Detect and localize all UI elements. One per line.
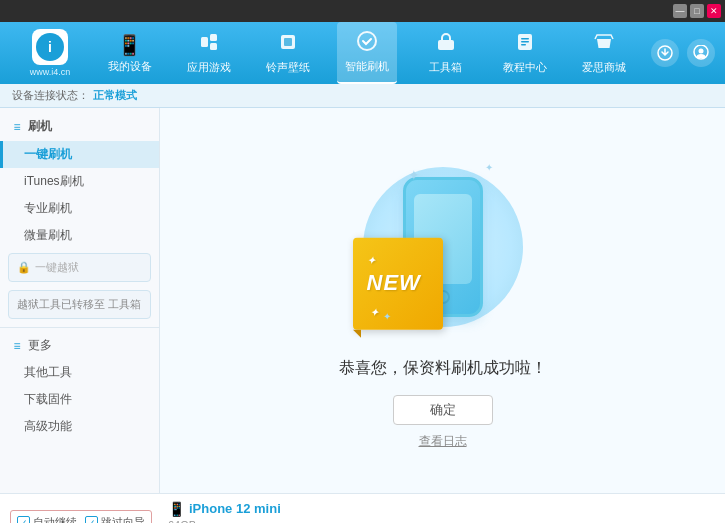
- official-icon: [593, 31, 615, 58]
- svg-text:i: i: [48, 39, 52, 55]
- sidebar-divider: [0, 327, 159, 328]
- skip-wizard-label: 跳过向导: [101, 515, 145, 523]
- minimize-btn[interactable]: —: [673, 4, 687, 18]
- device-bar: ✓ 自动继续 ✓ 跳过向导 📱 iPhone 12 mini 64GB Down…: [0, 493, 725, 523]
- svg-rect-3: [210, 34, 217, 41]
- flash-group-label: 刷机: [28, 118, 52, 135]
- nav-toolbox[interactable]: 工具箱: [416, 22, 476, 84]
- svg-rect-6: [284, 38, 292, 46]
- maximize-btn[interactable]: □: [690, 4, 704, 18]
- toolbox-icon: [435, 31, 457, 58]
- skip-wizard-checkbox[interactable]: ✓ 跳过向导: [85, 515, 145, 523]
- device-checkboxes: ✓ 自动继续 ✓ 跳过向导: [10, 510, 152, 523]
- ribbon-tail: [353, 329, 361, 337]
- ringtones-label: 铃声壁纸: [266, 60, 310, 75]
- toolbox-label: 工具箱: [429, 60, 462, 75]
- sidebar-item-one-click[interactable]: 一键刷机: [0, 141, 159, 168]
- logo-icon: i: [32, 29, 68, 65]
- sidebar-item-itunes[interactable]: iTunes刷机: [0, 168, 159, 195]
- new-banner: NEW: [353, 237, 443, 329]
- device-phone-icon: 📱: [168, 501, 185, 517]
- device-info: 📱 iPhone 12 mini 64GB Down-12mini-13,1: [168, 501, 281, 524]
- sidebar-item-other-tools[interactable]: 其他工具: [0, 359, 159, 386]
- auto-advance-label: 自动继续: [33, 515, 77, 523]
- device-storage: 64GB: [168, 519, 281, 524]
- nav-tutorials[interactable]: 教程中心: [495, 22, 555, 84]
- ringtones-icon: [277, 31, 299, 58]
- nav-smart-shop[interactable]: 智能刷机: [337, 22, 397, 84]
- skip-wizard-check: ✓: [85, 516, 98, 523]
- sidebar-item-download-firmware[interactable]: 下载固件: [0, 386, 159, 413]
- status-value: 正常模式: [93, 88, 137, 103]
- logo-url: www.i4.cn: [30, 67, 71, 77]
- apps-games-icon: [198, 31, 220, 58]
- svg-rect-10: [521, 38, 529, 40]
- success-message: 恭喜您，保资料刷机成功啦！: [339, 358, 547, 379]
- lock-icon: 🔒: [17, 261, 31, 274]
- svg-point-7: [358, 32, 376, 50]
- svg-rect-12: [521, 44, 526, 46]
- sidebar-disabled-jailbreak: 🔒 一键越狱: [8, 253, 151, 282]
- smart-shop-label: 智能刷机: [345, 59, 389, 74]
- more-group-icon: ≡: [10, 339, 24, 353]
- user-btn[interactable]: [687, 39, 715, 67]
- daily-link[interactable]: 查看日志: [419, 433, 467, 450]
- sidebar-item-advanced[interactable]: 高级功能: [0, 413, 159, 440]
- confirm-button[interactable]: 确定: [393, 395, 493, 425]
- new-text: NEW: [367, 269, 421, 294]
- svg-rect-2: [201, 37, 208, 47]
- smart-shop-icon: [356, 30, 378, 57]
- nav-items: 📱 我的设备 应用游戏 铃声壁纸: [90, 22, 643, 84]
- close-btn[interactable]: ✕: [707, 4, 721, 18]
- nav-official[interactable]: 爱思商城: [574, 22, 634, 84]
- hero-illustration: NEW ✦ ✦ ✦: [353, 152, 533, 342]
- status-label: 设备连接状态：: [12, 88, 89, 103]
- title-bar: — □ ✕: [0, 0, 725, 22]
- download-btn[interactable]: [651, 39, 679, 67]
- content-area: NEW ✦ ✦ ✦ 恭喜您，保资料刷机成功啦！ 确定 查看日志: [160, 108, 725, 493]
- svg-rect-11: [521, 41, 529, 43]
- svg-rect-8: [438, 40, 454, 50]
- nav-apps-games[interactable]: 应用游戏: [179, 22, 239, 84]
- my-device-icon: 📱: [117, 33, 142, 57]
- header: i www.i4.cn 📱 我的设备 应用游戏: [0, 22, 725, 84]
- sidebar-group-flash: ≡ 刷机: [0, 112, 159, 141]
- sidebar-item-pro[interactable]: 专业刷机: [0, 195, 159, 222]
- flash-group-icon: ≡: [10, 120, 24, 134]
- jailbreak-label: 一键越狱: [35, 260, 79, 275]
- sparkle-1: ✦: [408, 167, 420, 183]
- sidebar-item-micro[interactable]: 微量刷机: [0, 222, 159, 249]
- sidebar-group-more: ≡ 更多: [0, 332, 159, 359]
- auto-advance-checkbox[interactable]: ✓ 自动继续: [17, 515, 77, 523]
- sidebar: ≡ 刷机 一键刷机 iTunes刷机 专业刷机 微量刷机 🔒 一键越狱 越狱工具…: [0, 108, 160, 493]
- sparkle-3: ✦: [383, 311, 391, 322]
- nav-ringtones[interactable]: 铃声壁纸: [258, 22, 318, 84]
- more-group-label: 更多: [28, 337, 52, 354]
- tutorials-label: 教程中心: [503, 60, 547, 75]
- header-right: [651, 39, 715, 67]
- logo-area[interactable]: i www.i4.cn: [10, 29, 90, 77]
- apps-games-label: 应用游戏: [187, 60, 231, 75]
- device-name: iPhone 12 mini: [189, 501, 281, 516]
- svg-rect-4: [210, 43, 217, 50]
- svg-point-15: [699, 49, 704, 54]
- official-label: 爱思商城: [582, 60, 626, 75]
- note-text: 越狱工具已转移至 工具箱: [17, 298, 141, 310]
- main-container: ≡ 刷机 一键刷机 iTunes刷机 专业刷机 微量刷机 🔒 一键越狱 越狱工具…: [0, 108, 725, 493]
- new-ribbon: NEW: [353, 237, 443, 329]
- tutorials-icon: [514, 31, 536, 58]
- device-name-row: 📱 iPhone 12 mini: [168, 501, 281, 517]
- nav-my-device[interactable]: 📱 我的设备: [100, 22, 160, 84]
- sparkle-2: ✦: [485, 162, 493, 173]
- status-bar: 设备连接状态： 正常模式: [0, 84, 725, 108]
- auto-advance-check: ✓: [17, 516, 30, 523]
- my-device-label: 我的设备: [108, 59, 152, 74]
- sidebar-jailbreak-note: 越狱工具已转移至 工具箱: [8, 290, 151, 319]
